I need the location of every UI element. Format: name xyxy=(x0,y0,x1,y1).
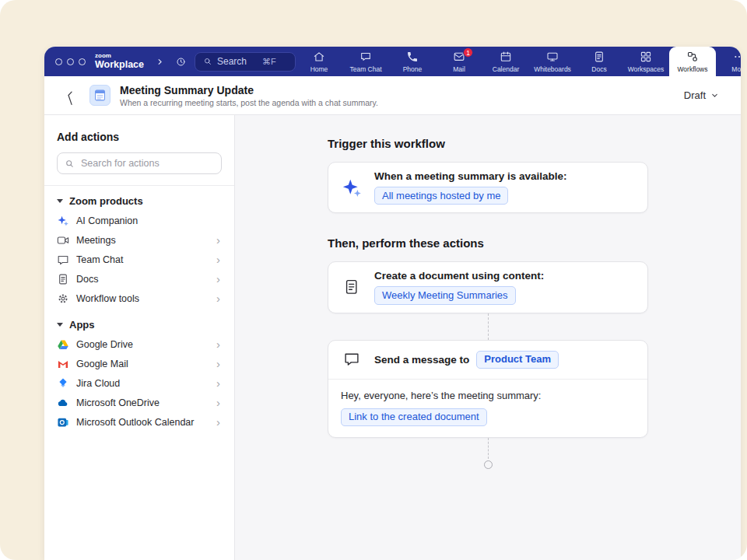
triangle-down-icon xyxy=(57,323,63,327)
nav-item-label: Phone xyxy=(403,65,423,73)
whiteboards-icon xyxy=(546,51,559,63)
google-drive-icon xyxy=(57,338,69,351)
triangle-down-icon xyxy=(57,199,63,203)
team-chat-icon xyxy=(359,51,372,63)
sidebar-spacer xyxy=(57,308,222,314)
chevron-right-icon: › xyxy=(216,397,222,408)
draft-status-dropdown[interactable]: Draft xyxy=(679,86,724,104)
nav-item-workspaces[interactable]: Workspaces xyxy=(622,47,669,76)
sidebar-item-label: Team Chat xyxy=(76,254,123,265)
page-title: Meeting Summary Update xyxy=(120,84,378,96)
nav-item-more[interactable]: More xyxy=(716,47,741,76)
chevron-right-icon: › xyxy=(216,358,222,369)
sidebar-item-team-chat[interactable]: Team Chat › xyxy=(57,250,222,269)
docs-icon xyxy=(57,273,69,285)
message-body-text: Hey, everyone, here’s the meeting summar… xyxy=(341,390,635,401)
sidebar-item-google-mail[interactable]: Google Mail › xyxy=(57,354,222,373)
team-chat-icon xyxy=(57,254,69,266)
history-icon[interactable] xyxy=(174,54,188,68)
workflows-icon xyxy=(686,51,699,63)
window-control-dot xyxy=(67,58,74,65)
sidebar-item-label: Docs xyxy=(76,274,98,285)
document-link-token[interactable]: Link to the created document xyxy=(341,408,487,426)
trigger-scope-token[interactable]: All meetings hosted by me xyxy=(374,187,508,205)
actions-search[interactable] xyxy=(57,152,222,174)
trigger-text: When a meeting summary is available: xyxy=(374,170,567,182)
ai-companion-icon xyxy=(57,215,69,227)
top-navbar: zoom Workplace Search ⌘F Home xyxy=(44,47,741,76)
chevron-right-icon: › xyxy=(216,416,222,428)
gmail-icon xyxy=(57,358,69,370)
page-subtitle: When a recurring meeting starts, post th… xyxy=(120,98,378,107)
logo-workplace-text: Workplace xyxy=(95,60,144,70)
nav-item-label: Whiteboards xyxy=(534,65,571,73)
chevron-right-icon: › xyxy=(216,338,222,350)
sidebar-item-microsoft-onedrive[interactable]: Microsoft OneDrive › xyxy=(57,393,222,412)
search-shortcut: ⌘F xyxy=(262,57,276,67)
window-controls xyxy=(55,58,86,65)
workflow-body: Add actions Zoom products AI Companion M… xyxy=(44,115,741,560)
send-message-text: Send a message to xyxy=(374,354,469,366)
recipient-token[interactable]: Product Team xyxy=(476,351,559,369)
create-document-text: Create a document using content: xyxy=(374,270,544,282)
dashed-connector xyxy=(488,313,489,340)
section-label: Zoom products xyxy=(69,195,143,207)
back-button[interactable] xyxy=(61,87,79,104)
trigger-card[interactable]: When a meeting summary is available: All… xyxy=(328,162,648,213)
nav-item-label: Team Chat xyxy=(349,65,381,73)
page-background: zoom Workplace Search ⌘F Home xyxy=(0,0,747,560)
onedrive-icon xyxy=(57,397,69,409)
sidebar-item-docs[interactable]: Docs › xyxy=(57,269,222,289)
nav-item-phone[interactable]: Phone xyxy=(389,47,436,76)
sidebar-item-jira-cloud[interactable]: Jira Cloud › xyxy=(57,373,222,393)
navbar-left: zoom Workplace Search ⌘F xyxy=(44,47,296,76)
nav-item-label: Home xyxy=(310,65,328,73)
gear-icon xyxy=(57,292,69,305)
chevron-forward-icon[interactable] xyxy=(153,54,167,68)
message-bubble-icon xyxy=(341,351,363,368)
sidebar-item-meetings[interactable]: Meetings › xyxy=(57,230,222,250)
jira-icon xyxy=(57,377,69,390)
document-icon xyxy=(341,278,363,296)
nav-item-label: Workflows xyxy=(677,65,707,73)
section-zoom-products[interactable]: Zoom products xyxy=(57,191,222,211)
chevron-left-icon xyxy=(65,89,76,101)
section-apps[interactable]: Apps xyxy=(57,314,222,334)
calendar-icon xyxy=(500,51,512,63)
nav-item-whiteboards[interactable]: Whiteboards xyxy=(529,47,576,76)
sidebar-item-microsoft-outlook-calendar[interactable]: Microsoft Outlook Calendar › xyxy=(57,412,222,432)
sidebar-item-label: Jira Cloud xyxy=(76,378,120,389)
workspaces-icon xyxy=(640,51,652,63)
create-document-card[interactable]: Create a document using content: Weekly … xyxy=(328,261,648,313)
sidebar-item-label: Google Mail xyxy=(76,359,128,369)
more-icon xyxy=(733,51,741,63)
logo-zoom-text: zoom xyxy=(95,53,144,59)
document-content-token[interactable]: Weekly Meeting Summaries xyxy=(374,286,516,304)
nav-item-team-chat[interactable]: Team Chat xyxy=(342,47,389,76)
docs-icon xyxy=(593,51,605,63)
nav-item-workflows[interactable]: Workflows xyxy=(669,47,716,76)
send-message-card[interactable]: Send a message to Product Team Hey, ever… xyxy=(328,340,648,439)
nav-item-docs[interactable]: Docs xyxy=(576,47,622,76)
chevron-right-icon: › xyxy=(216,273,222,285)
nav-item-label: Mail xyxy=(453,65,465,73)
sidebar-item-google-drive[interactable]: Google Drive › xyxy=(57,334,222,354)
window-control-dot xyxy=(55,58,62,65)
search-input[interactable] xyxy=(79,157,214,170)
actions-heading: Then, perform these actions xyxy=(328,236,648,250)
section-label: Apps xyxy=(69,319,95,331)
global-search[interactable]: Search ⌘F xyxy=(195,52,296,72)
sidebar-item-label: Meetings xyxy=(76,235,116,246)
search-icon xyxy=(65,159,75,169)
nav-item-home[interactable]: Home xyxy=(296,47,342,76)
sidebar-item-workflow-tools[interactable]: Workflow tools › xyxy=(57,289,222,308)
nav-item-calendar[interactable]: Calendar xyxy=(482,47,529,76)
workflow-canvas: Trigger this workflow When a meeting sum… xyxy=(235,115,741,560)
nav-item-mail[interactable]: 1 Mail xyxy=(436,47,482,76)
chevron-right-icon: › xyxy=(216,234,222,246)
mail-unread-badge: 1 xyxy=(463,47,473,58)
sidebar-item-ai-companion[interactable]: AI Companion xyxy=(57,211,222,230)
sidebar-item-label: Microsoft OneDrive xyxy=(76,397,160,408)
sidebar-item-label: Workflow tools xyxy=(76,293,139,304)
nav-item-label: Docs xyxy=(591,65,606,73)
